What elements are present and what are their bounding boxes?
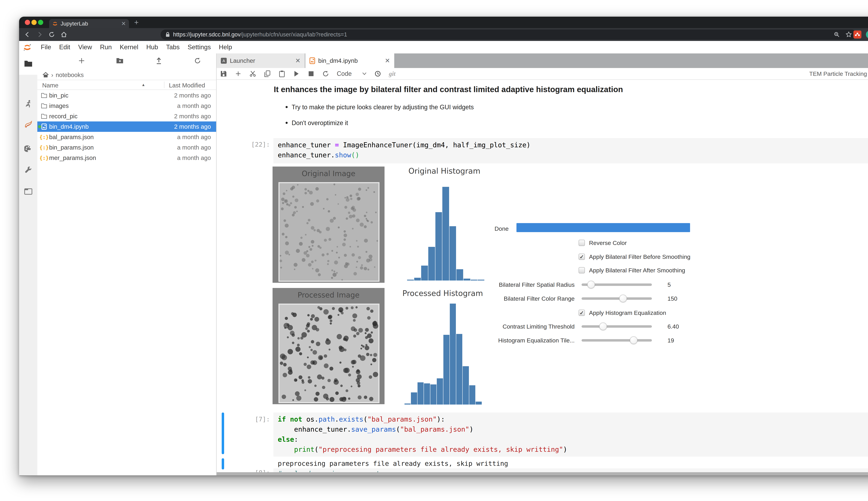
file-row-mer_params.json[interactable]: {:}mer_params.jsona month ago (37, 153, 216, 163)
menu-help[interactable]: Help (215, 44, 236, 51)
stop-kernel-button[interactable] (307, 70, 315, 77)
cell7-input-collapser[interactable] (222, 413, 224, 454)
running-sessions-icon[interactable] (19, 99, 37, 109)
file-list-header[interactable]: Name ▲ Last Modified (37, 80, 216, 90)
new-launcher-button[interactable] (78, 57, 85, 65)
home-icon[interactable] (43, 72, 49, 78)
refresh-button[interactable] (194, 57, 201, 65)
slider-spatial-radius[interactable]: Bilateral Filter Spatial Radius5 (486, 281, 718, 288)
file-name: mer_params.json (49, 154, 177, 161)
file-row-bin_params.json[interactable]: {:}bin_params.jsona month ago (37, 142, 216, 153)
new-tab-button[interactable]: + (134, 18, 139, 27)
slider-thumb (599, 322, 607, 330)
property-inspector-icon[interactable] (19, 164, 37, 175)
menu-settings[interactable]: Settings (184, 44, 215, 51)
mendeley-extension-icon[interactable] (854, 31, 861, 39)
save-button[interactable] (220, 70, 227, 77)
slider-equalization-tile[interactable]: Histogram Equalization Tile...19 (486, 337, 718, 344)
sort-ascending-icon[interactable]: ▲ (142, 83, 145, 87)
original-image-title: Original Image (273, 169, 385, 178)
tab-launcher[interactable]: A Launcher ✕ (217, 53, 305, 68)
checkbox-box (578, 267, 585, 274)
hist-bar (469, 385, 475, 405)
file-modified: a month ago (177, 134, 211, 140)
file-row-bal_params.json[interactable]: {:}bal_params.jsona month ago (37, 132, 216, 142)
breadcrumb-separator: › (51, 72, 53, 78)
browser-tab[interactable]: JupyterLab ✕ (49, 19, 129, 28)
jupyterlab-menubar: FileEditViewRunKernelHubTabsSettingsHelp (19, 41, 868, 54)
hist-bar (430, 384, 437, 405)
open-tabs-icon[interactable] (19, 186, 37, 197)
cell22-code[interactable]: enhance_tuner = ImageEnhanceTuner(img_dm… (278, 140, 531, 160)
back-icon[interactable] (23, 30, 32, 39)
zoom-icon[interactable] (834, 32, 840, 38)
add-cell-button[interactable] (235, 70, 242, 77)
cell7-output-collapser[interactable] (222, 458, 224, 469)
hist-bar (443, 335, 449, 405)
cut-cells-button[interactable] (249, 70, 256, 77)
window-minimize-button[interactable] (31, 20, 36, 25)
command-palette-icon[interactable] (19, 143, 37, 154)
markdown-heading: It enhances the image by bilateral filte… (274, 85, 623, 94)
slider-color-range[interactable]: Bilateral Filter Color Range150 (486, 295, 718, 302)
flame-extension-icon[interactable] (19, 119, 37, 130)
home-icon[interactable] (59, 30, 69, 39)
new-folder-button[interactable] (116, 57, 124, 65)
notebook-content: It enhances the image by bilateral filte… (217, 80, 868, 472)
paste-cells-button[interactable] (279, 70, 285, 77)
menu-tabs[interactable]: Tabs (162, 44, 184, 51)
tab-notebook[interactable]: bin_dm4.ipynb ✕ (305, 53, 394, 68)
window-close-button[interactable] (25, 20, 30, 25)
file-row-record_pic[interactable]: record_pic2 months ago (37, 111, 216, 121)
checkbox-reverse-color[interactable]: Reverse Color (578, 239, 627, 247)
tab-close-icon[interactable]: ✕ (385, 57, 390, 64)
breadcrumb-current[interactable]: notebooks (56, 72, 84, 78)
file-row-bin_dm4.ipynb[interactable]: bin_dm4.ipynb2 months ago (37, 121, 216, 132)
url-bar[interactable]: https://jupyter.sdcc.bnl.gov/jupyterhub/… (160, 30, 857, 40)
git-toolbar-button[interactable]: git (389, 70, 396, 77)
menu-edit[interactable]: Edit (55, 44, 74, 51)
menu-kernel[interactable]: Kernel (116, 44, 142, 51)
slider-contrast-threshold[interactable]: Contrast Limiting Threshold6.40 (486, 323, 718, 330)
file-row-bin_pic[interactable]: bin_pic2 months ago (37, 90, 216, 100)
checkbox-bilateral-after[interactable]: Apply Bilateral Filter After Smoothing (578, 266, 685, 274)
run-cell-button[interactable] (293, 70, 300, 77)
checkbox-bilateral-before[interactable]: ✓Apply Bilateral Filter Before Smoothing (578, 253, 690, 260)
checkbox-histogram-equalization[interactable]: ✓Apply Histogram Equalization (578, 309, 666, 317)
restart-kernel-button[interactable] (322, 70, 329, 77)
breadcrumb[interactable]: › notebooks (37, 70, 84, 80)
reload-icon[interactable] (47, 30, 56, 39)
file-browser-icon[interactable] (19, 58, 37, 69)
tab-close-icon[interactable]: ✕ (121, 20, 126, 27)
file-name: images (49, 102, 177, 109)
menu-hub[interactable]: Hub (142, 44, 162, 51)
browser-window: JupyterLab ✕ + https://jupyter.sdcc.bnl.… (19, 17, 868, 476)
menu-view[interactable]: View (74, 44, 96, 51)
menu-items: FileEditViewRunKernelHubTabsSettingsHelp (37, 44, 236, 51)
column-name: Name (42, 82, 58, 89)
cell7-code[interactable]: if not os.path.exists("bal_params.json")… (278, 414, 567, 455)
browser-tab-title: JupyterLab (61, 20, 118, 27)
file-name: bin_params.json (49, 144, 177, 151)
notebook-toolbar: Code git TEM Particle Tracking (Python3) (217, 68, 868, 80)
checkbox-box: ✓ (578, 254, 585, 260)
cell8-code[interactable]: # reload previous parameters (278, 469, 392, 472)
tab-close-icon[interactable]: ✕ (295, 57, 301, 64)
kernel-name[interactable]: TEM Particle Tracking (Python3) (809, 71, 868, 77)
bookmark-star-icon[interactable] (846, 31, 852, 38)
file-row-images[interactable]: imagesa month ago (37, 100, 216, 111)
menu-file[interactable]: File (37, 44, 55, 51)
menu-run[interactable]: Run (96, 44, 116, 51)
folder-icon (41, 102, 47, 109)
svg-text:A: A (222, 58, 225, 63)
desktop: { "browser": { "tab_title": "JupyterLab"… (0, 0, 868, 501)
hist-bar (450, 303, 456, 405)
copy-cells-button[interactable] (264, 70, 271, 77)
forward-icon[interactable] (35, 30, 44, 39)
grammarly-extension-icon[interactable]: G (866, 31, 868, 39)
execution-time-icon[interactable] (374, 70, 381, 77)
cell-type-dropdown[interactable]: Code (337, 70, 367, 77)
window-zoom-button[interactable] (38, 20, 43, 25)
upload-button[interactable] (155, 57, 163, 65)
hist-bar (414, 278, 421, 280)
